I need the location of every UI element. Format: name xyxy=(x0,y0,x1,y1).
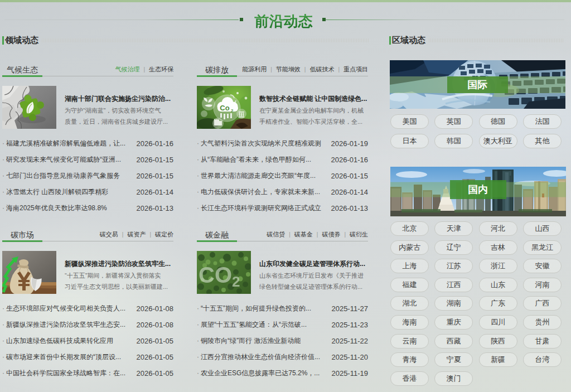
svg-text:国际: 国际 xyxy=(467,79,487,90)
svg-text:2: 2 xyxy=(232,273,240,290)
svg-text:Co: Co xyxy=(220,104,229,112)
svg-text:国内: 国内 xyxy=(468,184,488,195)
svg-text:2: 2 xyxy=(231,108,234,113)
svg-text:CO: CO xyxy=(199,263,232,287)
